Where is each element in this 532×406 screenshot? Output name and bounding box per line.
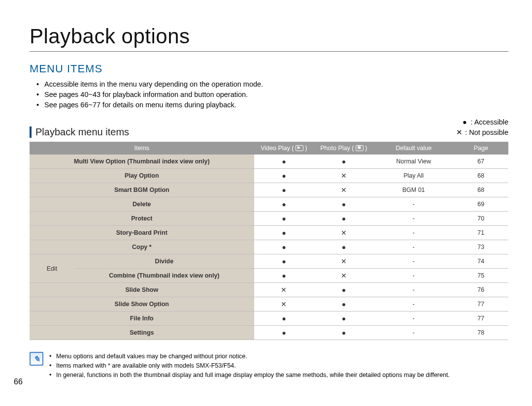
th-photo-close: ) [365,145,367,152]
item-name: Divide [74,254,254,269]
cell-video: ● [254,269,314,283]
cell-page: 71 [454,226,508,240]
table-row: Combine (Thumbnail index view only)●✕-75 [30,269,508,283]
th-photo: Photo Play ( ) [314,142,374,155]
photo-mode-icon [356,145,364,151]
th-default: Default value [374,142,454,155]
cell-default: - [374,269,454,283]
cell-page: 69 [454,197,508,212]
cell-video: ● [254,183,314,197]
table-row: Copy *●●-73 [30,240,508,254]
cell-default: Play All [374,169,454,183]
cell-video: ● [254,169,314,183]
cell-default: - [374,254,454,269]
note-icon: ✎ [30,352,43,366]
note-box: ✎ Menu options and default values may be… [30,352,508,379]
video-mode-icon [296,145,303,151]
intro-item: See pages 66~77 for details on menu item… [36,100,508,110]
cell-page: 68 [454,183,508,197]
cell-page: 75 [454,269,508,283]
cell-photo: ● [314,197,374,212]
intro-item: See pages 40~43 for playback information… [36,90,508,100]
cell-photo: ✕ [314,169,374,183]
page-title: Playback options [30,25,508,52]
table-row: Play Option●✕Play All68 [30,169,508,183]
cell-page: 77 [454,312,508,326]
cell-page: 73 [454,240,508,254]
cell-photo: ✕ [314,183,374,197]
cell-page: 77 [454,297,508,312]
table-row: Story-Board Print●✕-71 [30,226,508,240]
cell-video: ✕ [254,283,314,297]
th-page: Page [454,142,508,155]
cell-default: - [374,226,454,240]
cell-photo: ● [314,326,374,340]
cell-default: - [374,283,454,297]
note-item: In general, functions in both the thumbn… [49,371,450,380]
item-name: Play Option [30,169,254,183]
legend-accessible-symbol: ● [461,117,468,127]
section-title: MENU ITEMS [30,62,508,75]
cell-page: 78 [454,326,508,340]
cell-photo: ● [314,212,374,226]
th-photo-label: Photo Play ( [320,145,354,152]
item-name: Multi View Option (Thumbnail index view … [30,155,254,169]
cell-photo: ✕ [314,254,374,269]
playback-menu-table: Items Video Play ( ) Photo Play ( ) Defa… [30,142,508,340]
cell-page: 68 [454,169,508,183]
item-name: Combine (Thumbnail index view only) [74,269,254,283]
cell-default: BGM 01 [374,183,454,197]
cell-photo: ✕ [314,226,374,240]
cell-photo: ✕ [314,269,374,283]
cell-video: ● [254,226,314,240]
cell-default: - [374,212,454,226]
table-row: Delete●●-69 [30,197,508,212]
cell-video: ● [254,312,314,326]
intro-item: Accessible items in the menu vary depend… [36,79,508,90]
page-number: 66 [14,377,23,386]
table-row: File Info●●-77 [30,312,508,326]
cell-page: 70 [454,212,508,226]
cell-default: - [374,197,454,212]
cell-video: ● [254,155,314,169]
cell-video: ● [254,254,314,269]
cell-default: - [374,240,454,254]
cell-video: ● [254,212,314,226]
cell-photo: ● [314,283,374,297]
table-row: EditDivide●✕-74 [30,254,508,269]
table-row: Slide Show Option✕●-77 [30,297,508,312]
table-row: Smart BGM Option●✕BGM 0168 [30,183,508,197]
item-name: Smart BGM Option [30,183,254,197]
cell-video: ● [254,197,314,212]
cell-photo: ● [314,155,374,169]
table-row: Protect●●-70 [30,212,508,226]
item-name: File Info [30,312,254,326]
note-item: Items marked with * are available only w… [49,361,450,371]
cell-default: - [374,326,454,340]
cell-photo: ● [314,312,374,326]
table-row: Multi View Option (Thumbnail index view … [30,155,508,169]
th-video: Video Play ( ) [254,142,314,155]
note-item: Menu options and default values may be c… [49,352,450,361]
cell-photo: ● [314,240,374,254]
intro-list: Accessible items in the menu vary depend… [36,79,508,110]
item-name: Slide Show [30,283,254,297]
item-name: Protect [30,212,254,226]
cell-default: Normal View [374,155,454,169]
th-video-close: ) [305,145,307,152]
note-list: Menu options and default values may be c… [49,352,450,379]
table-row: Settings●●-78 [30,326,508,340]
item-name: Story-Board Print [30,226,254,240]
item-name: Copy * [30,240,254,254]
cell-photo: ● [314,297,374,312]
cell-video: ● [254,240,314,254]
edit-group-label: Edit [30,254,74,283]
cell-page: 76 [454,283,508,297]
cell-page: 67 [454,155,508,169]
item-name: Settings [30,326,254,340]
legend: ● : Accessible ✕ : Not possible [455,117,508,138]
item-name: Slide Show Option [30,297,254,312]
cell-video: ✕ [254,297,314,312]
cell-default: - [374,297,454,312]
item-name: Delete [30,197,254,212]
